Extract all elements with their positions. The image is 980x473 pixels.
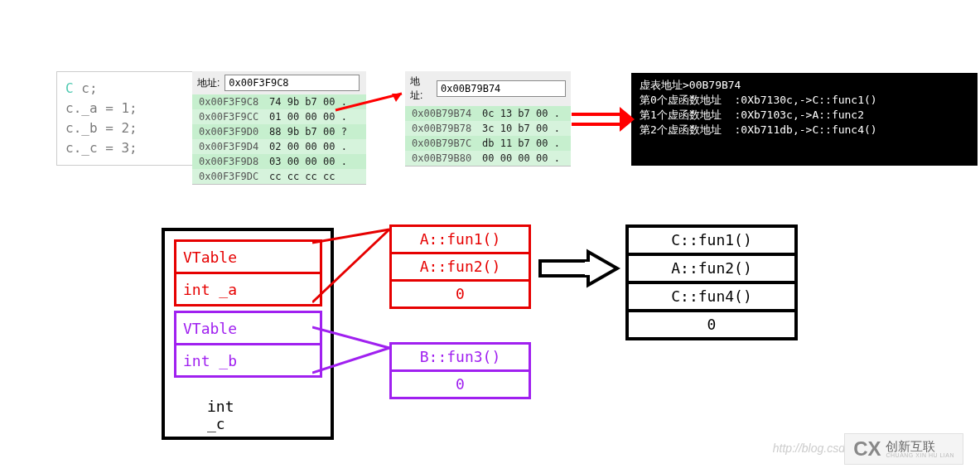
code-line: c._b = 2; <box>65 118 190 138</box>
vtable-row: C::fun4() <box>629 284 794 312</box>
code-line: c._c = 3; <box>65 138 190 158</box>
memory-row: 0x00F3F9D803 00 00 00 . <box>192 154 366 169</box>
svg-marker-4 <box>620 107 635 132</box>
memory-row: 0x00B79B8000 00 00 00 . <box>405 151 571 166</box>
console-line: 第2个虚函数地址 :0Xb711db,->C::func4() <box>640 123 969 138</box>
svg-rect-11 <box>585 262 593 275</box>
arrow-red-double-icon <box>570 104 636 137</box>
vtable-merged: C::fun1() A::fun2() C::fun4() 0 <box>625 224 798 340</box>
console-line: 第0个虚函数地址 :0Xb7130c,->C::func1() <box>640 93 969 108</box>
address-label: 地址: <box>197 76 220 90</box>
console-output: 虚表地址>00B79B74 第0个虚函数地址 :0Xb7130c,->C::fu… <box>631 73 978 166</box>
member-vtable-a: VTable <box>174 239 322 274</box>
connector-lines <box>312 228 395 393</box>
memory-row: 0x00B79B7Cdb 11 b7 00 . <box>405 136 571 151</box>
memory-window-2: 地址: 0x00B79B740c 13 b7 00 .0x00B79B783c … <box>405 71 571 167</box>
code-type: C <box>65 80 74 96</box>
logo-name: 创新互联 <box>886 440 954 452</box>
logo-icon: CX <box>853 437 881 461</box>
vtable-row: 0 <box>629 312 794 337</box>
member-vtable-b: VTable <box>174 311 322 345</box>
vtable-row: 0 <box>392 372 529 397</box>
console-line: 虚表地址>00B79B74 <box>640 78 969 93</box>
arrow-black-icon <box>538 249 621 290</box>
member-int-a: int _a <box>174 272 322 306</box>
memory-row: 0x00B79B783c 10 b7 00 . <box>405 121 571 136</box>
code-line: c._a = 1; <box>65 99 190 118</box>
code-var: c; <box>74 80 98 96</box>
svg-line-0 <box>336 94 402 110</box>
member-int-b: int _b <box>174 343 322 378</box>
logo-sub: CHUANG XIN HU LIAN <box>886 452 954 458</box>
code-snippet: C c; c._a = 1; c._b = 2; c._c = 3; <box>56 71 199 166</box>
arrow-red-icon <box>331 89 414 114</box>
address-input[interactable] <box>224 75 360 91</box>
svg-line-7 <box>312 327 389 348</box>
vtable-row: A::fun2() <box>629 256 794 284</box>
vtable-row: C::fun1() <box>629 228 794 256</box>
memory-window-1: 地址: 0x00F3F9C874 9b b7 00 .0x00F3F9CC01 … <box>192 71 366 185</box>
memory-row: 0x00F3F9D402 00 00 00 . <box>192 139 366 154</box>
vtable-row: B::fun3() <box>392 345 529 372</box>
console-line: 第1个虚函数地址 :0Xb7103c,->A::func2 <box>640 108 969 123</box>
memory-row: 0x00F3F9DCcc cc cc cc <box>192 169 366 184</box>
svg-line-8 <box>312 348 389 373</box>
memory-table: 0x00B79B740c 13 b7 00 .0x00B79B783c 10 b… <box>405 106 571 166</box>
address-input[interactable] <box>437 80 566 97</box>
vtable-row: A::fun1() <box>392 227 529 254</box>
memory-row: 0x00B79B740c 13 b7 00 . <box>405 106 571 121</box>
logo: CX 创新互联 CHUANG XIN HU LIAN <box>844 433 963 465</box>
vtable-row: A::fun2() <box>392 254 529 282</box>
member-int-c: int _c <box>207 398 234 432</box>
memory-row: 0x00F3F9D088 9b b7 00 ? <box>192 124 366 139</box>
svg-marker-1 <box>392 94 402 102</box>
svg-rect-9 <box>540 261 590 276</box>
vtable-row: 0 <box>392 282 529 306</box>
vtable-b: B::fun3() 0 <box>389 342 531 399</box>
vtable-a: A::fun1() A::fun2() 0 <box>389 224 531 309</box>
